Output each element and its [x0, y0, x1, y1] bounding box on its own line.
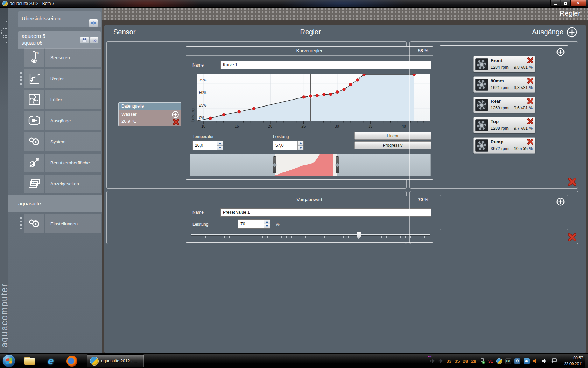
- range-handle-left[interactable]: [273, 156, 276, 173]
- monitor-plane-icon-1[interactable]: 60✈: [430, 357, 435, 365]
- overview-pages-header[interactable]: Übersichtsseiten: [18, 11, 101, 27]
- safely-remove-usb-icon[interactable]: [479, 358, 485, 364]
- explorer-taskbar-icon[interactable]: [24, 355, 36, 367]
- fan-voltage: 9,7 V: [514, 126, 524, 131]
- sidebar-item-anzeigeseiten[interactable]: 1 Anzeigeseiten: [24, 175, 102, 193]
- settings-gear-tray-icon[interactable]: ⚙: [514, 358, 520, 364]
- device-tray-icon[interactable]: [524, 358, 530, 364]
- sidebar-item-system[interactable]: System: [24, 132, 102, 151]
- show-desktop-button[interactable]: [585, 354, 588, 368]
- app-logo-icon: [2, 1, 8, 6]
- curve-range-selector[interactable]: [190, 154, 431, 176]
- remove-fan-button[interactable]: [527, 98, 533, 104]
- minimize-button[interactable]: [550, 0, 560, 7]
- taskbar-clock[interactable]: 00:57 22.09.2011: [564, 355, 583, 367]
- add-output-button[interactable]: [556, 48, 565, 56]
- sidebar-item-sensoren[interactable]: °C Sensoren: [24, 48, 102, 67]
- sidebar-item-label: Anzeigeseiten: [50, 181, 79, 186]
- window-titlebar[interactable]: aquasuite 2012 - Beta 7 ✕: [0, 0, 588, 8]
- curve-chart[interactable]: 0%25%50%75%: [197, 74, 430, 121]
- sidebar-item-label: Einstellungen: [50, 221, 78, 226]
- fan-name: Rear: [491, 98, 501, 104]
- aquasuite-task-button[interactable]: aquasuite 2012 - ...: [87, 354, 144, 368]
- delete-controller-button[interactable]: [568, 178, 576, 186]
- sidebar-section-aquasuite[interactable]: aquasuite: [8, 195, 102, 212]
- delete-preset-button[interactable]: [568, 233, 576, 241]
- fan-voltage: 9,6 V: [514, 105, 524, 110]
- vorgabewert-title: Vorgabewert: [186, 197, 433, 202]
- name-label: Name: [192, 210, 204, 215]
- temperatur-spinner[interactable]: 26,0: [192, 141, 223, 150]
- aquasuite-tray-icon[interactable]: [496, 358, 502, 364]
- preset-name-input[interactable]: Preset value 1: [220, 208, 431, 217]
- device-settings-button[interactable]: [90, 36, 99, 44]
- internet-explorer-taskbar-icon[interactable]: e: [45, 355, 57, 367]
- x-tick-label: 30: [335, 124, 339, 128]
- remove-fan-button[interactable]: [527, 118, 533, 124]
- firefox-taskbar-icon[interactable]: [66, 355, 78, 367]
- remove-fan-button[interactable]: [527, 78, 533, 84]
- add-overview-page-button[interactable]: [89, 19, 98, 27]
- windows-flag-icon: [6, 358, 12, 364]
- tray-temp-4[interactable]: 28: [471, 359, 476, 364]
- fan-card-pump[interactable]: Pump 3672 rpm 10,5 V 85 %: [473, 137, 536, 154]
- orange-speaker-tray-icon[interactable]: [533, 358, 538, 364]
- fan-card-front[interactable]: Front 1284 rpm 9,8 V 81 %: [473, 56, 536, 72]
- start-button[interactable]: [2, 354, 15, 367]
- spin-up-button[interactable]: [217, 141, 223, 145]
- add-controller-button[interactable]: [566, 27, 578, 38]
- leistung-spinner[interactable]: 57,0: [273, 141, 304, 150]
- column-header-regler: Regler: [104, 28, 517, 36]
- clock-time: 00:57: [564, 355, 583, 361]
- fan-card-rear[interactable]: Rear 1269 rpm 9,6 V 81 %: [473, 97, 536, 113]
- remove-data-source-button[interactable]: [173, 119, 179, 125]
- restore-button[interactable]: [561, 0, 570, 7]
- preset-slider[interactable]: [191, 232, 430, 240]
- slider-track[interactable]: [191, 234, 430, 235]
- drag-handle-dots[interactable]: [20, 71, 23, 86]
- spin-down-button[interactable]: [298, 145, 303, 150]
- spin-up-button[interactable]: [264, 220, 270, 224]
- sidebar-item-einstellungen[interactable]: Einstellungen: [24, 214, 102, 233]
- tray-temp-3[interactable]: 28: [463, 359, 468, 364]
- spin-down-button[interactable]: [264, 224, 270, 229]
- g1-tray-icon[interactable]: G1: [505, 358, 511, 364]
- collapse-arrow-icon[interactable]: [1, 19, 8, 46]
- fan-card-top[interactable]: Top 1288 rpm 9,7 V 81 %: [473, 117, 536, 133]
- y-tick-label: 0%: [199, 116, 204, 120]
- sidebar-item-regler[interactable]: Regler: [24, 69, 102, 88]
- desktop: aquasuite 2012 - Beta 7 ✕ aquacomputer Ü…: [0, 0, 588, 368]
- preset-leistung-spinner[interactable]: 70: [238, 219, 270, 229]
- curve-name-input[interactable]: Kurve 1: [220, 61, 431, 69]
- remove-fan-button[interactable]: [527, 57, 533, 63]
- sidebar-item-ausgaenge[interactable]: Ausgänge: [24, 111, 102, 130]
- device-header-aquaero5[interactable]: aquaero 5 aquaero5: [18, 31, 101, 49]
- percent-unit-label: %: [276, 222, 280, 227]
- save-device-button[interactable]: [80, 36, 89, 44]
- sidebar-item-label: Ausgänge: [50, 118, 71, 123]
- drag-handle-dots[interactable]: [20, 217, 23, 231]
- sidebar-item-luefter[interactable]: Lüfter: [24, 90, 102, 109]
- fan-rpm: 3672 rpm: [491, 146, 509, 151]
- spin-down-button[interactable]: [217, 145, 223, 150]
- network-tray-icon[interactable]: [550, 358, 557, 364]
- tray-temp-5[interactable]: 31: [488, 359, 493, 364]
- tray-temp-2[interactable]: 35: [455, 359, 460, 364]
- sidebar-item-benutzeroberflaeche[interactable]: Benutzeroberfläche: [24, 154, 102, 172]
- device-name: aquaero 5: [22, 33, 46, 39]
- add-output-button[interactable]: [556, 197, 565, 206]
- range-handle-right[interactable]: [336, 156, 339, 173]
- data-source-box[interactable]: Datenquelle Wasser 26,9 °C: [118, 102, 181, 126]
- thermometer-icon: °C: [24, 48, 44, 67]
- y-tick-label: 50%: [199, 90, 206, 95]
- close-button[interactable]: ✕: [570, 0, 586, 7]
- tray-temp-1[interactable]: 33: [447, 359, 451, 364]
- spin-up-button[interactable]: [298, 141, 303, 145]
- column-header-ausgaenge: Ausgänge: [532, 28, 564, 36]
- fan-card-80mm[interactable]: 80mm 1621 rpm 9,8 V 81 %: [473, 76, 536, 93]
- add-data-source-button[interactable]: [172, 111, 179, 118]
- volume-tray-icon[interactable]: [541, 358, 547, 364]
- monitor-plane-icon-2[interactable]: ✈: [438, 357, 443, 365]
- remove-fan-button[interactable]: [527, 139, 533, 145]
- x-tick-label: 15: [234, 124, 239, 128]
